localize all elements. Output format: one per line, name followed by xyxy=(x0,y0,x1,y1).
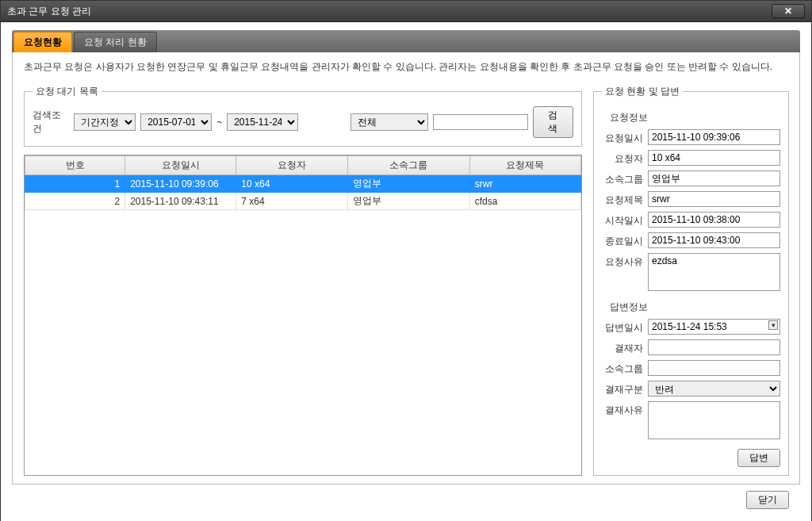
table-wrap: 번호 요청일시 요청자 소속그룹 요청제목 1 2015 xyxy=(24,155,582,476)
field-end[interactable] xyxy=(648,232,780,248)
lbl-rgroup: 소속그룹 xyxy=(602,360,643,376)
close-icon: ✕ xyxy=(784,6,792,17)
table-row[interactable]: 2 2015-11-10 09:43:11 7 x64 영업부 cfdsa xyxy=(25,193,581,210)
titlebar: 초과 근무 요청 관리 ✕ xyxy=(1,1,811,22)
field-rgroup[interactable] xyxy=(648,360,780,376)
waiting-list-fieldset: 요청 대기 목록 검색조건 기간지정 2015-07-01 ~ 2015 xyxy=(24,85,582,147)
search-label: 검색조건 xyxy=(33,109,66,136)
from-date-select[interactable]: 2015-07-01 xyxy=(140,113,212,131)
field-requester[interactable] xyxy=(648,150,780,166)
field-title[interactable] xyxy=(648,191,780,207)
col-no[interactable]: 번호 xyxy=(25,156,125,175)
field-start[interactable] xyxy=(648,212,780,228)
cell-group: 영업부 xyxy=(347,193,469,210)
reply-button[interactable]: 답변 xyxy=(737,449,780,467)
close-button[interactable]: ✕ xyxy=(772,4,805,18)
left-pane: 요청 대기 목록 검색조건 기간지정 2015-07-01 ~ 2015 xyxy=(24,85,582,476)
lbl-rreason: 결재사유 xyxy=(602,401,643,417)
cell-requester: 7 x64 xyxy=(236,193,347,210)
close-dialog-button[interactable]: 닫기 xyxy=(746,491,789,509)
detail-legend: 요청 현황 및 답변 xyxy=(602,85,683,98)
cell-requester: 10 x64 xyxy=(236,175,347,193)
window: 초과 근무 요청 관리 ✕ 요청현황 요청 처리 현황 초과근무 요청은 사용자… xyxy=(0,0,812,521)
lbl-approver: 결재자 xyxy=(602,339,643,355)
cell-date: 2015-11-10 09:43:11 xyxy=(125,193,236,210)
reply-info-head: 답변정보 xyxy=(610,301,780,314)
field-decision[interactable]: 반려 xyxy=(648,381,780,396)
lbl-reply-date: 답변일시 xyxy=(602,319,643,335)
request-table: 번호 요청일시 요청자 소속그룹 요청제목 1 2015 xyxy=(25,155,581,210)
right-pane: 요청 현황 및 답변 요청정보 요청일시 요청자 소속그룹 요청제목 시작일시 … xyxy=(593,85,788,476)
detail-fieldset: 요청 현황 및 답변 요청정보 요청일시 요청자 소속그룹 요청제목 시작일시 … xyxy=(593,85,789,476)
field-reason[interactable] xyxy=(648,253,780,291)
tabs: 요청현황 요청 처리 현황 xyxy=(12,30,800,52)
field-rreason[interactable] xyxy=(648,401,780,439)
col-title[interactable]: 요청제목 xyxy=(469,156,580,175)
lbl-requester: 요청자 xyxy=(602,150,643,166)
period-select[interactable]: 기간지정 xyxy=(74,113,136,131)
main: 요청 대기 목록 검색조건 기간지정 2015-07-01 ~ 2015 xyxy=(24,85,788,476)
tilde: ~ xyxy=(216,117,222,128)
waiting-list-legend: 요청 대기 목록 xyxy=(33,85,102,98)
bottom-bar: 닫기 xyxy=(12,485,800,515)
tab-request-status[interactable]: 요청현황 xyxy=(13,32,72,52)
field-group[interactable] xyxy=(648,170,780,186)
reply-button-row: 답변 xyxy=(602,449,780,467)
lbl-end: 종료일시 xyxy=(602,232,643,248)
cell-no: 1 xyxy=(25,175,125,193)
lbl-reason: 요청사유 xyxy=(602,253,643,269)
tab-process-status[interactable]: 요청 처리 현황 xyxy=(74,32,157,52)
col-group[interactable]: 소속그룹 xyxy=(347,156,469,175)
request-info-head: 요청정보 xyxy=(610,111,780,125)
field-approver[interactable] xyxy=(648,339,780,355)
window-title: 초과 근무 요청 관리 xyxy=(7,5,91,18)
table-row[interactable]: 1 2015-11-10 09:39:06 10 x64 영업부 srwr xyxy=(25,175,581,193)
search-input[interactable] xyxy=(433,114,528,130)
lbl-title: 요청제목 xyxy=(602,191,643,207)
reply-date-combo[interactable]: ▾ xyxy=(648,319,780,335)
description: 초과근무 요청은 사용자가 요청한 연장근무 및 휴일근무 요청내역을 관리자가… xyxy=(24,60,788,74)
panel: 초과근무 요청은 사용자가 요청한 연장근무 및 휴일근무 요청내역을 관리자가… xyxy=(12,52,800,485)
lbl-req-date: 요청일시 xyxy=(602,129,643,145)
cell-title: cfdsa xyxy=(469,193,580,210)
cell-no: 2 xyxy=(25,193,125,210)
col-requester[interactable]: 요청자 xyxy=(236,156,347,175)
to-date-select[interactable]: 2015-11-24 xyxy=(227,113,298,131)
content: 요청현황 요청 처리 현황 초과근무 요청은 사용자가 요청한 연장근무 및 휴… xyxy=(1,22,811,521)
lbl-decision: 결재구분 xyxy=(602,381,643,396)
field-req-date[interactable] xyxy=(648,129,780,145)
table-empty-area xyxy=(25,210,581,475)
col-date[interactable]: 요청일시 xyxy=(125,156,236,175)
lbl-group: 소속그룹 xyxy=(602,170,643,186)
field-reply-date[interactable] xyxy=(648,319,780,335)
search-button[interactable]: 검색 xyxy=(533,106,573,138)
cell-date: 2015-11-10 09:39:06 xyxy=(125,175,236,193)
search-row: 검색조건 기간지정 2015-07-01 ~ 2015-11-24 xyxy=(33,106,573,138)
cell-group: 영업부 xyxy=(347,175,469,193)
cell-title: srwr xyxy=(469,175,580,193)
lbl-start: 시작일시 xyxy=(602,212,643,228)
filter-select[interactable]: 전체 xyxy=(350,113,428,131)
